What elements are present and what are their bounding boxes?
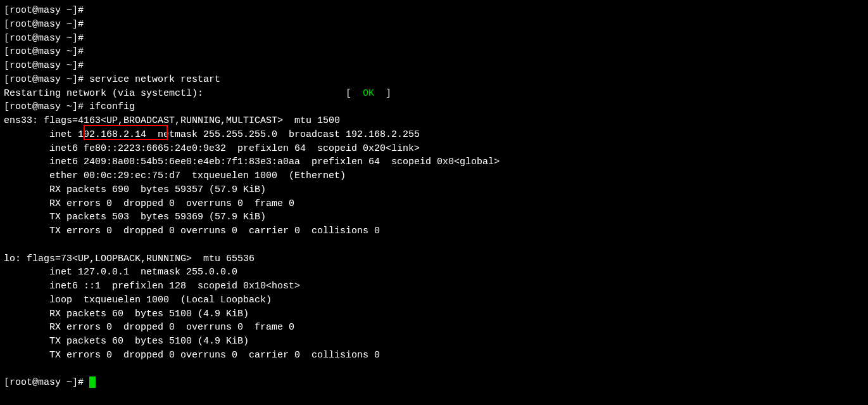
prompt-line: [root@masy ~]# bbox=[0, 33, 84, 44]
lo-inet6: inet6 ::1 prefixlen 128 scopeid 0x10<hos… bbox=[0, 281, 300, 292]
lo-header: lo: flags=73<UP,LOOPBACK,RUNNING> mtu 65… bbox=[0, 254, 255, 264]
ens33-inet6-link: inet6 fe80::2223:6665:24e0:9e32 prefixle… bbox=[0, 143, 420, 154]
ens33-header: ens33: flags=4163<UP,BROADCAST,RUNNING,M… bbox=[0, 115, 340, 126]
ens33-inet6-global: inet6 2409:8a00:54b5:6ee0:e4eb:7f1:83e3:… bbox=[0, 157, 500, 167]
restart-text: Restarting network (via systemctl): [ bbox=[4, 88, 363, 99]
ok-status: OK bbox=[363, 88, 374, 99]
ens33-tx-errors: TX errors 0 dropped 0 overruns 0 carrier… bbox=[0, 226, 380, 236]
ens33-rx-errors: RX errors 0 dropped 0 overruns 0 frame 0 bbox=[0, 198, 294, 209]
prompt-cursor-line[interactable]: [root@masy ~]# bbox=[0, 377, 96, 388]
terminal-output[interactable]: [root@masy ~]# [root@masy ~]# [root@masy… bbox=[0, 4, 868, 390]
lo-rx-packets: RX packets 60 bytes 5100 (4.9 KiB) bbox=[0, 309, 249, 319]
ens33-rx-packets: RX packets 690 bytes 59357 (57.9 KiB) bbox=[0, 184, 266, 195]
ens33-inet: inet 192.168.2.14 netmask 255.255.255.0 … bbox=[0, 129, 420, 140]
ens33-ether: ether 00:0c:29:ec:75:d7 txqueuelen 1000 … bbox=[0, 170, 346, 181]
lo-rx-errors: RX errors 0 dropped 0 overruns 0 frame 0 bbox=[0, 322, 294, 333]
blank-line bbox=[0, 240, 9, 250]
command-ifconfig: [root@masy ~]# ifconfig bbox=[0, 101, 135, 112]
prompt-line: [root@masy ~]# bbox=[0, 60, 84, 71]
ens33-tx-packets: TX packets 503 bytes 59369 (57.9 KiB) bbox=[0, 212, 266, 222]
command-service-restart: [root@masy ~]# service network restart bbox=[0, 74, 220, 85]
terminal-cursor bbox=[89, 376, 96, 388]
lo-inet: inet 127.0.0.1 netmask 255.0.0.0 bbox=[0, 267, 237, 278]
restart-end: ] bbox=[374, 88, 391, 99]
prompt-text: [root@masy ~]# bbox=[4, 377, 89, 388]
prompt-line: [root@masy ~]# bbox=[0, 5, 84, 16]
lo-tx-packets: TX packets 60 bytes 5100 (4.9 KiB) bbox=[0, 336, 249, 347]
restart-output: Restarting network (via systemctl): [ OK… bbox=[0, 88, 391, 99]
prompt-line: [root@masy ~]# bbox=[0, 19, 84, 30]
lo-loop: loop txqueuelen 1000 (Local Loopback) bbox=[0, 295, 272, 305]
lo-tx-errors: TX errors 0 dropped 0 overruns 0 carrier… bbox=[0, 350, 380, 361]
prompt-line: [root@masy ~]# bbox=[0, 46, 84, 57]
blank-line bbox=[0, 364, 9, 375]
